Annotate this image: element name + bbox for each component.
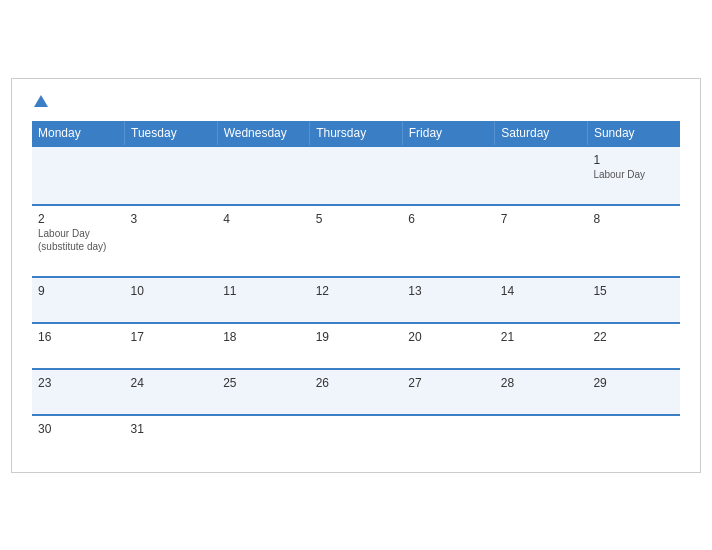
weekday-header-wednesday: Wednesday: [217, 121, 310, 146]
calendar-cell: 15: [587, 277, 680, 323]
calendar-week-row: 9101112131415: [32, 277, 680, 323]
day-number: 28: [501, 376, 582, 390]
calendar-cell: 3: [125, 205, 218, 277]
calendar-cell: [310, 146, 403, 205]
day-number: 1: [593, 153, 674, 167]
day-number: 14: [501, 284, 582, 298]
day-number: 7: [501, 212, 582, 226]
weekday-header-thursday: Thursday: [310, 121, 403, 146]
calendar-container: MondayTuesdayWednesdayThursdayFridaySatu…: [11, 78, 701, 473]
calendar-header: [32, 95, 680, 107]
day-number: 21: [501, 330, 582, 344]
calendar-cell: 21: [495, 323, 588, 369]
calendar-cell: 5: [310, 205, 403, 277]
calendar-cell: 1Labour Day: [587, 146, 680, 205]
calendar-cell: [402, 146, 495, 205]
calendar-cell: [495, 146, 588, 205]
calendar-table: MondayTuesdayWednesdayThursdayFridaySatu…: [32, 121, 680, 460]
calendar-cell: 23: [32, 369, 125, 415]
calendar-cell: [125, 146, 218, 205]
day-number: 11: [223, 284, 304, 298]
day-number: 4: [223, 212, 304, 226]
day-number: 20: [408, 330, 489, 344]
calendar-cell: 25: [217, 369, 310, 415]
day-number: 6: [408, 212, 489, 226]
calendar-week-row: 23242526272829: [32, 369, 680, 415]
calendar-cell: 24: [125, 369, 218, 415]
day-number: 26: [316, 376, 397, 390]
calendar-cell: 26: [310, 369, 403, 415]
day-number: 29: [593, 376, 674, 390]
day-number: 30: [38, 422, 119, 436]
calendar-cell: [495, 415, 588, 460]
day-number: 17: [131, 330, 212, 344]
calendar-cell: 2Labour Day(substitute day): [32, 205, 125, 277]
weekday-header-row: MondayTuesdayWednesdayThursdayFridaySatu…: [32, 121, 680, 146]
holiday-label: Labour Day: [38, 228, 119, 239]
calendar-cell: 27: [402, 369, 495, 415]
day-number: 15: [593, 284, 674, 298]
day-number: 2: [38, 212, 119, 226]
calendar-cell: [32, 146, 125, 205]
calendar-cell: 20: [402, 323, 495, 369]
calendar-cell: [217, 146, 310, 205]
day-number: 22: [593, 330, 674, 344]
calendar-cell: 19: [310, 323, 403, 369]
calendar-cell: 18: [217, 323, 310, 369]
day-number: 23: [38, 376, 119, 390]
weekday-header-sunday: Sunday: [587, 121, 680, 146]
calendar-cell: [402, 415, 495, 460]
logo: [32, 95, 48, 107]
day-number: 16: [38, 330, 119, 344]
day-number: 9: [38, 284, 119, 298]
calendar-week-row: 2Labour Day(substitute day)345678: [32, 205, 680, 277]
weekday-header-tuesday: Tuesday: [125, 121, 218, 146]
day-number: 18: [223, 330, 304, 344]
logo-triangle-icon: [34, 95, 48, 107]
calendar-cell: 14: [495, 277, 588, 323]
calendar-cell: 30: [32, 415, 125, 460]
calendar-cell: [587, 415, 680, 460]
calendar-cell: 17: [125, 323, 218, 369]
calendar-cell: 7: [495, 205, 588, 277]
holiday-label: (substitute day): [38, 241, 119, 252]
calendar-week-row: 16171819202122: [32, 323, 680, 369]
day-number: 8: [593, 212, 674, 226]
calendar-cell: 9: [32, 277, 125, 323]
weekday-header-saturday: Saturday: [495, 121, 588, 146]
calendar-cell: 16: [32, 323, 125, 369]
calendar-week-row: 1Labour Day: [32, 146, 680, 205]
calendar-cell: 4: [217, 205, 310, 277]
calendar-cell: 6: [402, 205, 495, 277]
calendar-cell: 11: [217, 277, 310, 323]
day-number: 31: [131, 422, 212, 436]
calendar-cell: 22: [587, 323, 680, 369]
day-number: 27: [408, 376, 489, 390]
weekday-header-friday: Friday: [402, 121, 495, 146]
weekday-header-monday: Monday: [32, 121, 125, 146]
day-number: 25: [223, 376, 304, 390]
day-number: 19: [316, 330, 397, 344]
day-number: 5: [316, 212, 397, 226]
calendar-cell: [217, 415, 310, 460]
calendar-cell: [310, 415, 403, 460]
calendar-cell: 31: [125, 415, 218, 460]
day-number: 3: [131, 212, 212, 226]
calendar-cell: 8: [587, 205, 680, 277]
calendar-cell: 28: [495, 369, 588, 415]
calendar-cell: 29: [587, 369, 680, 415]
calendar-cell: 12: [310, 277, 403, 323]
calendar-cell: 10: [125, 277, 218, 323]
day-number: 12: [316, 284, 397, 298]
day-number: 24: [131, 376, 212, 390]
calendar-week-row: 3031: [32, 415, 680, 460]
holiday-label: Labour Day: [593, 169, 674, 180]
day-number: 13: [408, 284, 489, 298]
day-number: 10: [131, 284, 212, 298]
calendar-cell: 13: [402, 277, 495, 323]
